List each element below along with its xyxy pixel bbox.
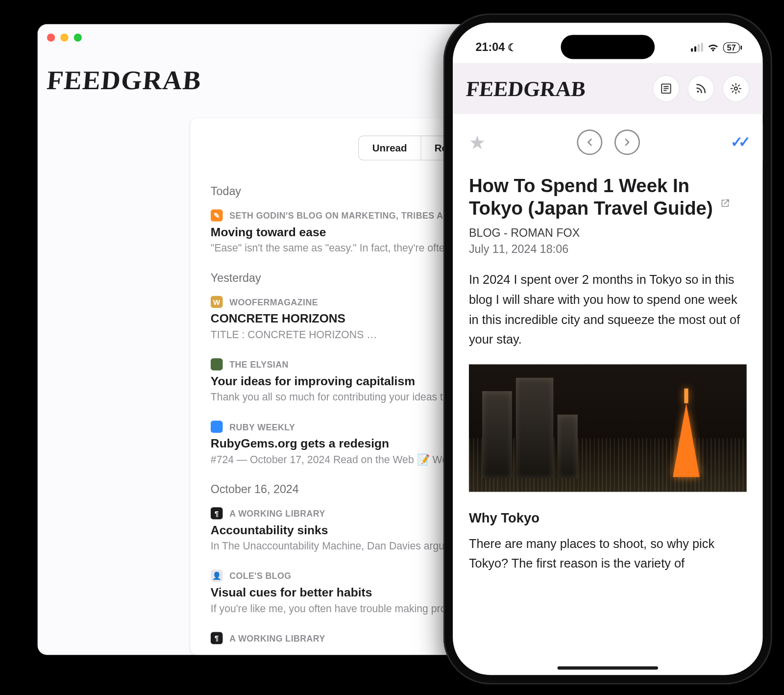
app-logo: FEEDGRAB	[46, 64, 203, 96]
source-icon	[211, 358, 223, 371]
settings-button[interactable]	[722, 75, 749, 102]
newspaper-icon	[660, 82, 672, 95]
dynamic-island	[561, 35, 655, 59]
arrow-right-icon	[621, 136, 633, 149]
app-logo-mobile: FEEDGRAB	[465, 76, 587, 101]
header-actions	[653, 75, 749, 102]
gear-icon	[730, 82, 742, 95]
open-external-button[interactable]	[721, 199, 730, 208]
next-article-button[interactable]	[614, 129, 639, 155]
rss-icon	[695, 82, 707, 95]
article-lede: In 2024 I spent over 2 months in Tokyo s…	[469, 270, 747, 349]
feeds-button[interactable]	[687, 75, 714, 102]
svg-point-5	[735, 87, 737, 90]
arrow-left-icon	[583, 136, 595, 149]
previous-article-button[interactable]	[577, 129, 602, 155]
mobile-header: FEEDGRAB	[453, 63, 762, 114]
article-subheading: Why Tokyo	[469, 510, 747, 525]
source-name: RUBY WEEKLY	[229, 422, 295, 432]
article-title: How To Spend 1 Week In Tokyo (Japan Trav…	[469, 174, 747, 221]
favorite-button[interactable]: ★	[469, 131, 486, 153]
external-link-icon	[721, 199, 730, 208]
do-not-disturb-icon: ☾	[508, 42, 516, 54]
battery-indicator: 57	[723, 42, 740, 53]
source-icon: ¶	[211, 632, 223, 645]
source-icon	[211, 421, 223, 433]
phone-screen: 21:04 ☾ 57 FEEDGRAB	[453, 23, 762, 675]
close-window-button[interactable]	[47, 33, 55, 41]
article-published: July 11, 2024 18:06	[469, 243, 747, 256]
source-name: THE ELYSIAN	[229, 359, 289, 370]
source-icon: ✎	[211, 209, 223, 222]
source-name: WOOFERMAGAZINE	[229, 297, 318, 307]
article-title-text: How To Spend 1 Week In Tokyo (Japan Trav…	[469, 175, 713, 219]
source-icon: 👤	[211, 570, 223, 582]
cellular-signal-icon	[691, 44, 703, 51]
source-name: A WORKING LIBRARY	[229, 508, 325, 519]
phone-device-frame: 21:04 ☾ 57 FEEDGRAB	[443, 13, 772, 684]
article-paragraph: There are many places to shoot, so why p…	[469, 534, 747, 573]
article-toolbar: ★ ✓✓	[453, 124, 762, 161]
svg-point-4	[697, 91, 699, 93]
article-body: How To Spend 1 Week In Tokyo (Japan Trav…	[453, 164, 762, 675]
filter-unread-tab[interactable]: Unread	[359, 136, 421, 160]
minimize-window-button[interactable]	[60, 33, 68, 41]
source-icon: W	[211, 296, 223, 308]
zoom-window-button[interactable]	[74, 33, 82, 41]
home-indicator[interactable]	[558, 666, 658, 670]
articles-button[interactable]	[653, 75, 680, 102]
source-name: A WORKING LIBRARY	[229, 633, 325, 644]
wifi-icon	[707, 43, 719, 52]
source-icon: ¶	[211, 507, 223, 520]
mark-all-read-button[interactable]: ✓✓	[731, 133, 747, 151]
status-time: 21:04	[476, 41, 505, 54]
source-name: COLE'S BLOG	[229, 571, 291, 581]
article-hero-image	[469, 364, 747, 492]
article-byline: BLOG - ROMAN FOX	[469, 227, 747, 240]
window-controls	[47, 33, 82, 41]
